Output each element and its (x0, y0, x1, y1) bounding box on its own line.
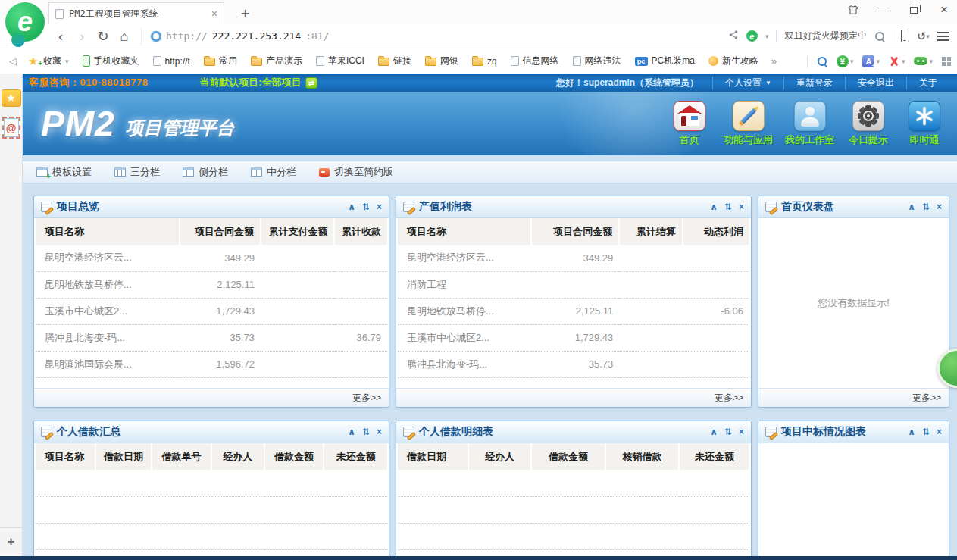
games-extension[interactable]: ▾ (914, 57, 933, 65)
collapse-panel-icon[interactable]: ∧ (710, 427, 718, 436)
more-link[interactable]: 更多>> (912, 392, 941, 405)
nav-functions-apps[interactable]: 功能与应用 (724, 101, 773, 147)
table-row[interactable]: 玉溪市中心城区2...1,729.43 (398, 324, 749, 351)
middle-column-button[interactable]: 中分栏 (251, 165, 296, 179)
close-panel-icon[interactable]: × (739, 427, 744, 436)
browser-logo-icon[interactable]: e (5, 2, 45, 42)
search-promo-text[interactable]: 双11好货火爆预定中 (784, 30, 866, 42)
bookmark-item[interactable]: 常用 (199, 52, 242, 70)
menu-safe-exit[interactable]: 安全退出 (845, 77, 906, 89)
share-icon[interactable] (728, 30, 739, 42)
three-column-button[interactable]: 三分栏 (114, 165, 160, 179)
table-row[interactable]: 腾冲县北海变-玛...35.7336.79 (36, 324, 387, 351)
bookmark-item[interactable]: 网银 (420, 52, 464, 70)
table-row[interactable]: 昆明空港经济区云...349.29 (398, 245, 749, 271)
bookmark-item[interactable]: 网络违法 (568, 52, 627, 70)
sidebar-mail-at-icon[interactable]: @ (2, 117, 20, 139)
refresh-panel-icon[interactable]: ⇅ (724, 427, 732, 436)
collapse-bookmarks-icon[interactable]: ◁ (6, 55, 20, 67)
bookmark-item[interactable]: 苹果ICCI (311, 52, 370, 70)
table-row[interactable]: 腾冲县北海变-玛...35.73 (398, 351, 749, 377)
undo-button[interactable]: ↺▾ (917, 30, 930, 43)
more-link[interactable]: 更多>> (715, 392, 743, 405)
new-tab-button[interactable]: + (236, 2, 254, 24)
bookmarks-overflow-icon[interactable]: » (767, 55, 781, 67)
table-row[interactable] (398, 523, 749, 549)
browser-tab[interactable]: PM2工程项目管理系统 × (48, 2, 224, 24)
table-row[interactable] (36, 496, 387, 523)
sidebar-favorites-icon[interactable]: ★ (2, 89, 21, 107)
close-panel-icon[interactable]: × (937, 427, 942, 436)
table-row[interactable] (398, 496, 749, 523)
forward-button[interactable]: › (73, 27, 91, 45)
search-icon[interactable] (874, 31, 885, 42)
nav-today-tips[interactable]: 今日提示 (846, 101, 890, 147)
side-column-button[interactable]: 侧分栏 (183, 165, 228, 179)
table-row[interactable]: 昆明地铁放马桥停...2,125.11-6.06 (398, 298, 749, 324)
bookmark-item[interactable]: 新生攻略 (703, 52, 764, 70)
collapse-panel-icon[interactable]: ∧ (348, 202, 355, 211)
table-row[interactable]: 昆明空港经济区云...349.29 (36, 245, 387, 271)
table-row[interactable]: 昆明地铁放马桥停...2,125.11 (36, 271, 387, 298)
minimize-button[interactable]: — (877, 3, 890, 17)
menu-icon[interactable] (937, 32, 949, 41)
current-project[interactable]: 当前默认项目:全部项目 ⇄ (199, 76, 317, 89)
table-row[interactable] (36, 470, 387, 496)
menu-relogin[interactable]: 重新登录 (783, 77, 845, 89)
chevron-down-icon[interactable]: ▾ (765, 33, 769, 40)
site-info-icon[interactable] (151, 31, 161, 42)
refresh-panel-icon[interactable]: ⇅ (922, 202, 930, 211)
screenshot-extension[interactable]: ▾ (889, 55, 905, 67)
close-panel-icon[interactable]: × (937, 202, 942, 211)
search-extension-icon[interactable] (817, 56, 827, 67)
bookmark-item[interactable]: 产品演示 (246, 52, 308, 70)
skin-tshirt-icon[interactable] (846, 3, 860, 17)
bookmark-item[interactable]: zq (467, 54, 502, 69)
close-window-button[interactable]: × (937, 3, 951, 17)
collapse-panel-icon[interactable]: ∧ (908, 427, 915, 436)
back-button[interactable]: ‹ (52, 27, 70, 45)
template-settings-button[interactable]: 模板设置 (36, 165, 92, 179)
bookmark-item[interactable]: 信息网络 (505, 52, 565, 70)
mobile-icon[interactable] (901, 30, 909, 42)
e-account-icon[interactable]: e (746, 30, 758, 42)
close-panel-icon[interactable]: × (739, 202, 744, 211)
reload-button[interactable]: ↻ (94, 27, 112, 45)
more-link[interactable]: 更多>> (352, 392, 381, 405)
tab-close-icon[interactable]: × (211, 8, 217, 20)
table-row[interactable]: 玉溪市中心城区2...1,729.43 (36, 298, 387, 324)
translate-extension[interactable]: A▾ (862, 55, 880, 67)
favorites-button[interactable]: 收藏 ▾ (23, 52, 74, 70)
refresh-panel-icon[interactable]: ⇅ (362, 427, 370, 436)
bookmark-item[interactable]: pcPC机装ma (630, 52, 700, 70)
apps-grid-icon[interactable] (942, 57, 951, 66)
url-field[interactable]: http://222.221.253.214:81/ (141, 28, 725, 45)
table-row[interactable] (36, 523, 387, 549)
restore-button[interactable] (907, 3, 921, 17)
refresh-panel-icon[interactable]: ⇅ (724, 202, 732, 211)
close-panel-icon[interactable]: × (377, 202, 382, 211)
table-row[interactable]: 消防工程 (398, 271, 749, 298)
collapse-panel-icon[interactable]: ∧ (348, 427, 355, 436)
bookmark-item[interactable]: 手机收藏夹 (77, 52, 145, 70)
switch-simple-version-button[interactable]: 切换至简约版 (319, 165, 393, 179)
collapse-panel-icon[interactable]: ∧ (908, 202, 915, 211)
refresh-panel-icon[interactable]: ⇅ (362, 202, 370, 211)
collapse-panel-icon[interactable]: ∧ (710, 202, 718, 211)
close-panel-icon[interactable]: × (377, 427, 382, 436)
table-row[interactable]: 昆明滇池国际会展...1,596.72 (36, 351, 387, 377)
home-button[interactable]: ⌂ (115, 27, 133, 45)
sidebar-add-button[interactable]: + (0, 527, 22, 560)
table-row[interactable] (398, 470, 749, 496)
switch-project-icon[interactable]: ⇄ (305, 77, 317, 89)
nav-instant-messenger[interactable]: 即时通 (902, 101, 946, 147)
menu-about[interactable]: 关于 (906, 77, 949, 89)
bookmark-item[interactable]: 链接 (373, 52, 417, 70)
rebate-extension[interactable]: ¥▾ (837, 55, 854, 67)
refresh-panel-icon[interactable]: ⇅ (922, 427, 930, 436)
bookmark-label: PC机装ma (652, 55, 695, 67)
nav-my-workspace[interactable]: 我的工作室 (785, 101, 834, 147)
bookmark-item[interactable]: http://t (148, 54, 195, 69)
nav-home[interactable]: 首页 (668, 101, 711, 147)
menu-personal-settings[interactable]: 个人设置▼ (712, 77, 783, 89)
